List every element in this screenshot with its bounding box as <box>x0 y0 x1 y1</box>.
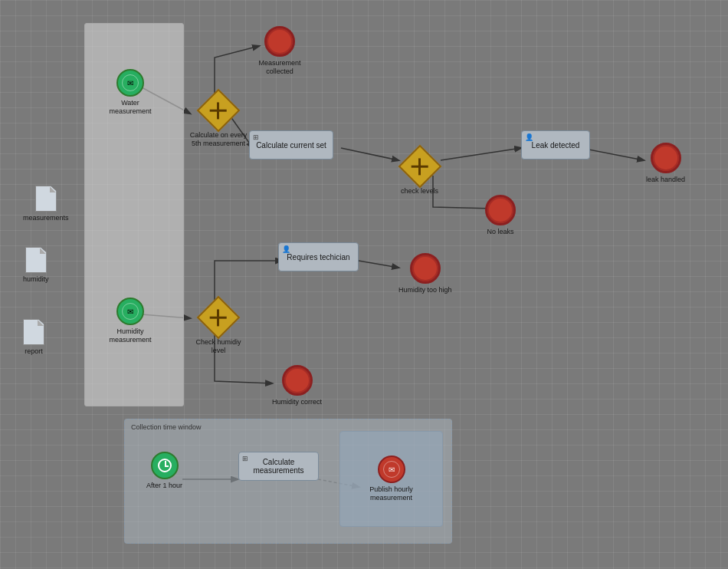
leak-handled-label: leak handled <box>646 176 685 184</box>
data-object-report: report <box>23 319 44 356</box>
publish-hourly-node: ✉ Publish hourly measurement <box>361 456 422 502</box>
no-leaks-label: No leaks <box>487 228 513 236</box>
measurement-collected-node: Measurement collected <box>249 26 310 76</box>
humidity-measurement-node: ✉ Humidity measurement <box>100 298 161 344</box>
water-measurement-label: Water measurement <box>100 99 161 116</box>
data-object-report-label: report <box>25 347 43 356</box>
humidity-measurement-label: Humidity measurement <box>100 327 161 344</box>
leak-detected-node: 👤 Leak detected <box>521 130 590 160</box>
task-icon-table-calc: ⊞ <box>242 455 248 462</box>
subprocess-pool-label: Collection time window <box>131 423 202 431</box>
calc-measurements-node: ⊞ Calculate measurements <box>238 452 319 481</box>
check-levels-node: check levels <box>401 148 438 196</box>
data-object-measurements-label: measurements <box>23 214 69 222</box>
svg-line-2 <box>341 148 398 160</box>
humidity-too-high-label: Humidity too high <box>398 286 452 294</box>
subprocess-pool: Collection time window After 1 hour ⊞ Ca… <box>124 419 452 544</box>
svg-line-6 <box>359 261 398 268</box>
data-object-humidity: humidity <box>23 247 49 284</box>
check-humidity-label: Check humidiy level <box>188 338 249 355</box>
no-leaks-node: No leaks <box>485 195 516 236</box>
humidity-too-high-node: Humidity too high <box>398 253 452 294</box>
measurement-collected-label: Measurement collected <box>249 59 310 76</box>
calc-every-5th-node: Calculate on every 5th measurement <box>188 92 249 148</box>
humidity-correct-label: Humidity correct <box>272 398 322 406</box>
task-icon-user-tech: 👤 <box>282 245 290 253</box>
after-1-hour-label: After 1 hour <box>146 482 182 490</box>
calc-current-set-node: ⊞ Calculate current set <box>249 130 333 160</box>
task-icon-user-leak: 👤 <box>525 133 533 141</box>
check-humidity-level-node: Check humidiy level <box>188 299 249 355</box>
data-object-humidity-label: humidity <box>23 275 49 284</box>
leak-handled-node: leak handled <box>646 143 685 184</box>
publish-hourly-box: ✉ Publish hourly measurement <box>339 431 443 527</box>
publish-hourly-label: Publish hourly measurement <box>361 485 422 502</box>
after-1-hour-node: After 1 hour <box>146 452 182 490</box>
svg-line-3 <box>441 148 521 160</box>
calc-every-5th-label: Calculate on every 5th measurement <box>188 131 249 148</box>
task-icon-table: ⊞ <box>253 133 259 141</box>
svg-line-4 <box>581 148 644 160</box>
humidity-correct-node: Humidity correct <box>272 365 322 406</box>
water-measurement-node: ✉ Water measurement <box>100 69 161 116</box>
requires-technician-node: 👤 Requires techician <box>278 242 359 271</box>
data-object-measurements: measurements <box>23 186 69 222</box>
